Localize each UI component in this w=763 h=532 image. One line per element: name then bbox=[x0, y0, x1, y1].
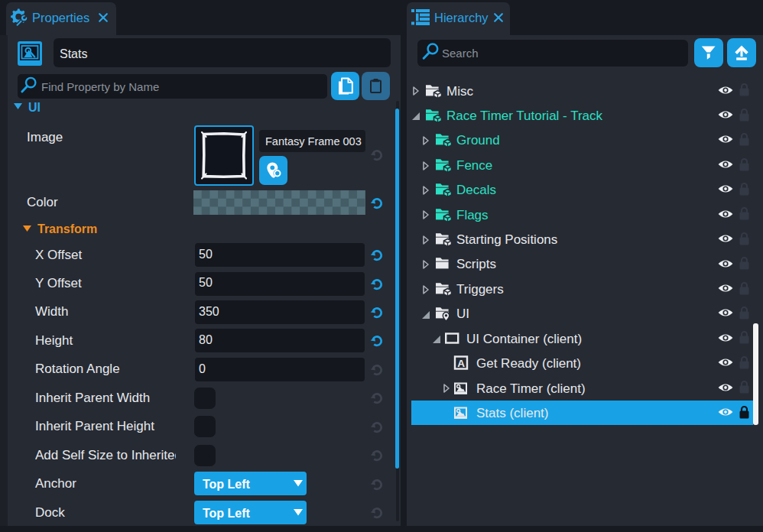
svg-text:A: A bbox=[457, 358, 465, 369]
